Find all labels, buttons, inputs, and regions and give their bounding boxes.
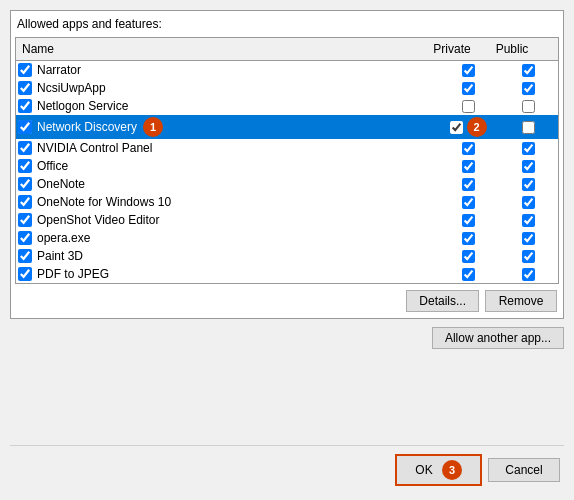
table-row[interactable]: NcsiUwpApp (16, 79, 558, 97)
ok-label: OK (415, 463, 432, 477)
table-row[interactable]: Office (16, 157, 558, 175)
table-action-buttons: Details... Remove (15, 288, 559, 314)
row-name: OpenShot Video Editor (16, 212, 438, 228)
table-row[interactable]: OneNote for Windows 10 (16, 193, 558, 211)
private-checkbox[interactable] (462, 82, 475, 95)
row-enabled-checkbox[interactable] (18, 120, 32, 134)
public-checkbox-cell (498, 160, 558, 173)
public-checkbox-cell (498, 268, 558, 281)
public-checkbox-cell (498, 142, 558, 155)
private-checkbox-cell (438, 232, 498, 245)
row-enabled-checkbox[interactable] (18, 99, 32, 113)
table-row[interactable]: OpenShot Video Editor (16, 211, 558, 229)
public-checkbox[interactable] (522, 232, 535, 245)
private-checkbox-cell: 2 (438, 117, 498, 137)
table-row[interactable]: opera.exe (16, 229, 558, 247)
row-enabled-checkbox[interactable] (18, 231, 32, 245)
public-checkbox-cell (498, 232, 558, 245)
public-checkbox[interactable] (522, 214, 535, 227)
allow-another-button[interactable]: Allow another app... (432, 327, 564, 349)
bottom-bar: OK 3 Cancel (10, 445, 564, 490)
public-checkbox-cell (498, 121, 558, 134)
details-button[interactable]: Details... (406, 290, 479, 312)
section-title: Allowed apps and features: (15, 15, 559, 33)
table-row[interactable]: OneNote (16, 175, 558, 193)
row-enabled-checkbox[interactable] (18, 195, 32, 209)
private-checkbox[interactable] (462, 160, 475, 173)
badge-3: 3 (442, 460, 462, 480)
private-checkbox[interactable] (462, 232, 475, 245)
private-checkbox-cell (438, 196, 498, 209)
row-name: opera.exe (16, 230, 438, 246)
table-row[interactable]: Narrator (16, 61, 558, 79)
public-checkbox[interactable] (522, 82, 535, 95)
app-name: Paint 3D (37, 249, 83, 263)
private-checkbox-cell (438, 142, 498, 155)
row-name: Network Discovery 1 (16, 116, 438, 138)
row-enabled-checkbox[interactable] (18, 81, 32, 95)
row-enabled-checkbox[interactable] (18, 159, 32, 173)
row-name: Narrator (16, 62, 438, 78)
cancel-button[interactable]: Cancel (488, 458, 560, 482)
row-enabled-checkbox[interactable] (18, 63, 32, 77)
row-name: Paint 3D (16, 248, 438, 264)
dialog: Allowed apps and features: Name Private … (10, 10, 564, 490)
table-row[interactable]: NVIDIA Control Panel (16, 139, 558, 157)
table-body[interactable]: Narrator NcsiUwpApp (16, 61, 558, 282)
app-name: NVIDIA Control Panel (37, 141, 152, 155)
private-checkbox-cell (438, 64, 498, 77)
row-enabled-checkbox[interactable] (18, 267, 32, 281)
public-checkbox-cell (498, 196, 558, 209)
allow-another-row: Allow another app... (10, 327, 564, 349)
row-name: NcsiUwpApp (16, 80, 438, 96)
allowed-section: Allowed apps and features: Name Private … (10, 10, 564, 319)
private-checkbox[interactable] (462, 100, 475, 113)
table-row-selected[interactable]: Network Discovery 1 2 (16, 115, 558, 139)
row-enabled-checkbox[interactable] (18, 177, 32, 191)
row-name: Office (16, 158, 438, 174)
row-name: NVIDIA Control Panel (16, 140, 438, 156)
private-checkbox[interactable] (462, 214, 475, 227)
table-header: Name Private Public (16, 38, 558, 61)
public-checkbox-cell (498, 64, 558, 77)
table-row[interactable]: Netlogon Service (16, 97, 558, 115)
app-name: NcsiUwpApp (37, 81, 106, 95)
public-checkbox-cell (498, 100, 558, 113)
public-checkbox[interactable] (522, 196, 535, 209)
private-checkbox[interactable] (462, 142, 475, 155)
badge-1: 1 (143, 117, 163, 137)
app-name: Netlogon Service (37, 99, 128, 113)
app-name: opera.exe (37, 231, 90, 245)
public-checkbox[interactable] (522, 178, 535, 191)
public-checkbox[interactable] (522, 64, 535, 77)
app-name: Narrator (37, 63, 81, 77)
col-private-header: Private (422, 40, 482, 58)
row-enabled-checkbox[interactable] (18, 213, 32, 227)
private-checkbox[interactable] (462, 196, 475, 209)
ok-button[interactable]: OK 3 (395, 454, 482, 486)
private-checkbox[interactable] (462, 250, 475, 263)
public-checkbox[interactable] (522, 268, 535, 281)
public-checkbox[interactable] (522, 121, 535, 134)
table-row[interactable]: Paint 3D (16, 247, 558, 265)
private-checkbox-cell (438, 250, 498, 263)
badge-2: 2 (467, 117, 487, 137)
app-name: OneNote for Windows 10 (37, 195, 171, 209)
public-checkbox[interactable] (522, 250, 535, 263)
app-name: OpenShot Video Editor (37, 213, 160, 227)
private-checkbox-cell (438, 100, 498, 113)
public-checkbox[interactable] (522, 142, 535, 155)
private-checkbox[interactable] (462, 178, 475, 191)
private-checkbox[interactable] (462, 268, 475, 281)
apps-table: Name Private Public Narrator (15, 37, 559, 284)
private-checkbox[interactable] (462, 64, 475, 77)
row-enabled-checkbox[interactable] (18, 141, 32, 155)
app-name: Network Discovery (37, 120, 137, 134)
public-checkbox[interactable] (522, 160, 535, 173)
row-enabled-checkbox[interactable] (18, 249, 32, 263)
private-checkbox[interactable] (450, 121, 463, 134)
public-checkbox[interactable] (522, 100, 535, 113)
remove-button[interactable]: Remove (485, 290, 557, 312)
table-row[interactable]: PDF to JPEG (16, 265, 558, 282)
row-name: Netlogon Service (16, 98, 438, 114)
